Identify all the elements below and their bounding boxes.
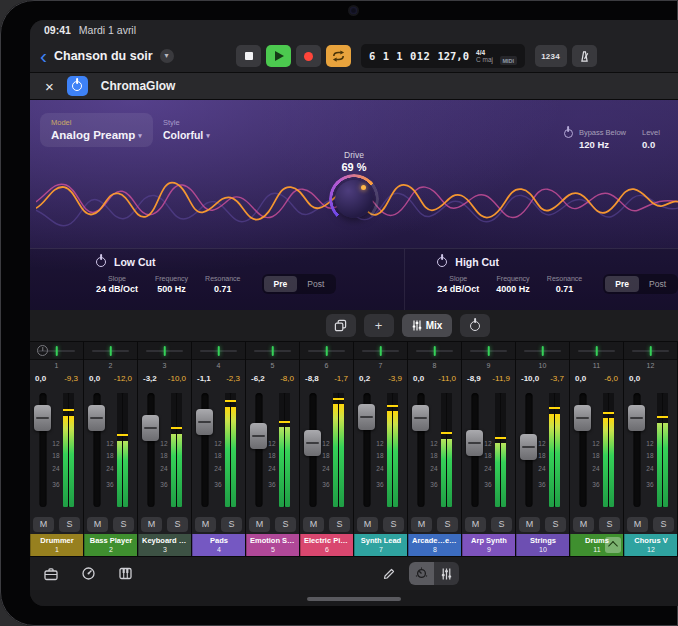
high-cut-post-button[interactable]: Post — [639, 276, 676, 292]
volume-readout[interactable]: 0,0 — [89, 372, 100, 386]
solo-button[interactable]: S — [437, 517, 458, 532]
volume-readout[interactable]: -8,8 — [305, 372, 319, 386]
volume-readout[interactable]: -8,9 — [467, 372, 481, 386]
editors-button[interactable] — [378, 563, 400, 585]
level-control[interactable]: Level 0.0 — [642, 128, 678, 150]
track-name-plate[interactable]: Bass Player 2 — [84, 534, 137, 556]
fader-cap[interactable] — [304, 430, 321, 456]
track-name-plate[interactable]: Chorus V 12 — [624, 534, 677, 556]
low-cut-slope[interactable]: Slope 24 dB/Oct — [96, 275, 138, 294]
track-name-plate[interactable]: Drums 11 — [570, 534, 623, 556]
low-cut-power-icon[interactable] — [96, 257, 106, 267]
solo-button[interactable]: S — [59, 517, 80, 532]
peak-readout[interactable]: -9,3 — [64, 372, 78, 386]
peak-readout[interactable]: -3,7 — [550, 372, 564, 386]
volume-fader[interactable] — [201, 393, 208, 507]
high-cut-pre-button[interactable]: Pre — [605, 276, 639, 292]
track-name-plate[interactable]: Emotion Strings 5 — [246, 534, 299, 556]
volume-fader[interactable] — [39, 393, 46, 507]
low-cut-pre-button[interactable]: Pre — [264, 276, 298, 292]
volume-readout[interactable]: 0,0 — [413, 372, 424, 386]
home-indicator[interactable] — [307, 597, 401, 601]
mute-button[interactable]: M — [249, 517, 270, 532]
volume-readout[interactable]: -6,2 — [251, 372, 265, 386]
high-cut-frequency[interactable]: Frequency 4000 Hz — [496, 275, 530, 294]
pan-control[interactable] — [570, 342, 623, 360]
mute-button[interactable]: M — [87, 517, 108, 532]
solo-button[interactable]: S — [491, 517, 512, 532]
track-name-plate[interactable]: Arp Synth 9 — [462, 534, 515, 556]
track-name-plate[interactable]: Keyboard Player 3 — [138, 534, 191, 556]
cycle-button[interactable] — [326, 45, 351, 67]
solo-button[interactable]: S — [599, 517, 620, 532]
fader-cap[interactable] — [574, 405, 591, 431]
stack-collapse-icon[interactable] — [605, 537, 621, 553]
volume-fader[interactable] — [525, 393, 532, 507]
volume-readout[interactable]: 0,2 — [359, 372, 370, 386]
mix-view-button[interactable]: Mix — [402, 314, 453, 337]
drive-knob[interactable] — [335, 180, 373, 218]
pan-control[interactable] — [516, 342, 569, 360]
style-dropdown[interactable]: Style Colorful▾ — [163, 118, 210, 141]
mixer-power-button[interactable] — [460, 314, 490, 337]
solo-button[interactable]: S — [383, 517, 404, 532]
bypass-power-icon[interactable] — [564, 129, 573, 138]
volume-fader[interactable] — [255, 393, 262, 507]
volume-fader[interactable] — [579, 393, 586, 507]
volume-readout[interactable]: 0,0 — [575, 372, 586, 386]
back-chevron-icon[interactable]: ‹ — [40, 46, 47, 66]
solo-button[interactable]: S — [329, 517, 350, 532]
add-track-button[interactable]: + — [364, 314, 394, 337]
metronome-button[interactable] — [572, 45, 597, 67]
peak-readout[interactable]: -12,0 — [114, 372, 132, 386]
volume-fader[interactable] — [309, 393, 316, 507]
high-cut-slope[interactable]: Slope 24 dB/Oct — [437, 275, 479, 294]
peak-readout[interactable]: -2,3 — [226, 372, 240, 386]
volume-readout[interactable]: 0,0 — [629, 372, 640, 386]
track-name-plate[interactable]: Drummer 1 — [30, 534, 83, 556]
volume-readout[interactable]: -10,0 — [521, 372, 539, 386]
solo-button[interactable]: S — [275, 517, 296, 532]
volume-fader[interactable] — [417, 393, 424, 507]
volume-readout[interactable]: -1,1 — [197, 372, 211, 386]
peak-readout[interactable]: -6,0 — [604, 372, 618, 386]
close-plugin-icon[interactable]: × — [45, 79, 54, 94]
copy-settings-button[interactable] — [326, 314, 356, 337]
fader-cap[interactable] — [88, 405, 105, 431]
browsers-button[interactable] — [40, 563, 62, 585]
solo-button[interactable]: S — [653, 517, 674, 532]
lcd-display[interactable]: 6 1 1 012 127,0 4/4 C maj MIDI — [361, 44, 525, 68]
volume-readout[interactable]: -3,2 — [143, 372, 157, 386]
fader-cap[interactable] — [34, 405, 51, 431]
mute-button[interactable]: M — [465, 517, 486, 532]
stop-button[interactable] — [236, 45, 261, 67]
plugins-button[interactable] — [77, 563, 99, 585]
low-cut-frequency[interactable]: Frequency 500 Hz — [155, 275, 188, 294]
peak-readout[interactable]: -3,9 — [388, 372, 402, 386]
mute-button[interactable]: M — [627, 517, 648, 532]
pan-control[interactable] — [246, 342, 299, 360]
fader-cap[interactable] — [196, 409, 213, 435]
fader-cap[interactable] — [412, 405, 429, 431]
high-cut-resonance[interactable]: Resonance 0.71 — [547, 275, 582, 294]
mixer-view-button[interactable] — [434, 562, 459, 585]
pan-control[interactable] — [84, 342, 137, 360]
volume-fader[interactable] — [93, 393, 100, 507]
high-cut-power-icon[interactable] — [437, 257, 447, 267]
play-button[interactable] — [266, 45, 291, 67]
track-name-plate[interactable]: Electric Piano 6 — [300, 534, 353, 556]
mute-button[interactable]: M — [33, 517, 54, 532]
project-title[interactable]: Chanson du soir — [54, 49, 153, 63]
volume-fader[interactable] — [633, 393, 640, 507]
peak-readout[interactable]: -8,0 — [280, 372, 294, 386]
peak-readout[interactable]: -11,0 — [438, 372, 456, 386]
project-menu-chevron-icon[interactable]: ▾ — [160, 49, 174, 63]
peak-readout[interactable]: -10,0 — [168, 372, 186, 386]
mute-button[interactable]: M — [573, 517, 594, 532]
bypass-below-control[interactable]: Bypass Below 120 Hz — [564, 128, 626, 150]
fader-cap[interactable] — [142, 415, 159, 441]
pan-control[interactable] — [408, 342, 461, 360]
mute-button[interactable]: M — [411, 517, 432, 532]
track-name-plate[interactable]: Pads 4 — [192, 534, 245, 556]
pan-control[interactable] — [462, 342, 515, 360]
